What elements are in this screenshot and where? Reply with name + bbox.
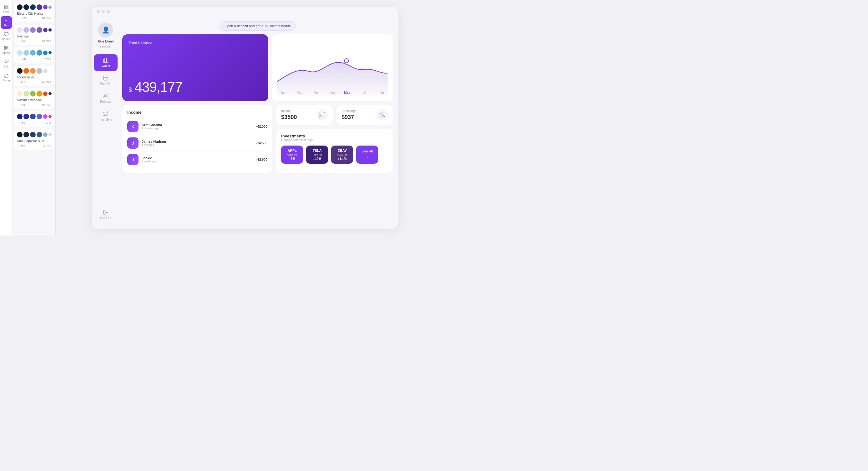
dash-nav-projects[interactable]: Projects <box>94 90 118 106</box>
swatch <box>30 68 36 74</box>
nav-item-edit[interactable]: Edit <box>1 58 12 70</box>
income-time: 4 day ago <box>142 143 253 146</box>
titlebar-dot-1 <box>97 10 100 13</box>
balance-currency: $ <box>128 86 132 93</box>
palette-swatches <box>17 91 51 97</box>
view-all-label: view all <box>362 149 373 153</box>
investments-title: Investments <box>281 134 388 138</box>
swatch <box>17 4 23 10</box>
investments-card: Investments Change since last login APPL… <box>276 129 393 173</box>
ticker: TSLA <box>310 149 323 153</box>
palette-meta: ♡ 1045 7 mos <box>17 58 51 61</box>
swatch <box>24 27 29 33</box>
inv-change: -1.9% <box>310 157 323 161</box>
swatch <box>49 115 52 118</box>
svg-rect-9 <box>103 59 108 63</box>
palette-card-purplepink[interactable]: ♡ 730 1 yr <box>14 111 54 127</box>
investments-items: APPL Apple Inc +3% TSLA Tesla Inc -1.9% <box>281 145 388 164</box>
palette-meta: ♡ 689 2 mos <box>17 144 51 147</box>
nav-item-views[interactable]: Views <box>1 44 12 56</box>
investments-subtitle: Change since last login <box>281 138 388 142</box>
balance-label: Total balance <box>128 41 262 45</box>
inv-name: Tesla Inc <box>310 154 323 156</box>
palette-card-hacker-news[interactable]: hacker news ♡ 877 11 mos <box>14 66 54 86</box>
income-avatar: J <box>127 137 138 149</box>
swatch <box>37 50 42 56</box>
dash-bottom-row: Income K Kriti Sharma 2 minutes ago +$10… <box>122 105 393 173</box>
icon-nav: New Top Saved Views Edit History <box>0 0 12 236</box>
dashboard-body: 👤 Hue Brew Designer Wallet Portfolio Pro… <box>92 16 398 229</box>
svg-text:Mar: Mar <box>313 91 319 94</box>
svg-rect-3 <box>6 7 8 9</box>
palette-name: Dark Sapphire Blue <box>17 139 51 143</box>
summary-value: $3500 <box>281 114 297 121</box>
palette-name: Summer Meadow <box>17 98 51 102</box>
swatch <box>30 50 36 56</box>
nav-item-new[interactable]: New <box>1 2 12 15</box>
investments-header: Investments Change since last login <box>281 134 388 142</box>
svg-rect-0 <box>4 5 6 6</box>
palette-card-dark-sapphire-blue[interactable]: Dark Sapphire Blue ♡ 689 2 mos <box>14 129 54 149</box>
swatch <box>24 50 29 56</box>
spendings-trend-icon: 📉 <box>377 109 388 121</box>
ticker: APPL <box>285 149 299 153</box>
swatch <box>17 114 23 119</box>
swatch <box>37 91 42 97</box>
investment-ebay: EBAY eBay Inc +1.1% <box>331 145 353 164</box>
income-item-james: J James Hudson 4 day ago +$2500 <box>127 135 267 152</box>
swatch <box>43 5 48 9</box>
dash-nav-portfolio[interactable]: Portfolio <box>94 72 118 89</box>
palette-card-blue[interactable]: ♡ 1045 7 mos <box>14 47 54 63</box>
income-summary-card: Income $3500 📈 <box>276 105 333 125</box>
svg-rect-1 <box>6 5 8 6</box>
swatch <box>24 68 29 74</box>
swatch <box>30 27 36 33</box>
swatch <box>37 132 42 137</box>
palette-meta: ♡ 1479 10 mos <box>17 16 51 20</box>
income-time: 2 minutes ago <box>142 127 253 130</box>
palette-likes: ♡ 1207 <box>17 39 27 42</box>
swatch <box>37 27 42 33</box>
chart-card: Jan Feb Mar Apr May Jun Jul <box>272 34 393 101</box>
swatch <box>30 4 36 10</box>
dash-content: Open a deposit and get a 1% instant bonu… <box>120 16 398 229</box>
logout-button[interactable]: Log Out <box>98 207 114 223</box>
swatch <box>49 28 52 32</box>
swatch <box>37 4 42 10</box>
nav-item-history[interactable]: History <box>1 71 12 84</box>
dash-nav-wallet[interactable]: Wallet <box>94 54 118 71</box>
inv-name: Apple Inc <box>285 154 299 156</box>
palette-card-electric-city-nights[interactable]: Electric City Nights ♡ 1479 10 mos <box>14 2 54 22</box>
heart-icon: ♡ <box>17 39 20 42</box>
income-info: James Hudson 4 day ago <box>142 140 253 146</box>
palette-likes: ♡ 877 <box>17 80 25 83</box>
palette-card-summer-meadow[interactable]: Summer Meadow ♡ 796 10 mos <box>14 89 54 109</box>
right-panel: Income $3500 📈 Spendings $937 📉 <box>276 105 393 173</box>
swatch <box>49 51 52 54</box>
income-avatar: K <box>127 121 138 132</box>
palette-swatches <box>17 68 51 74</box>
view-all-button[interactable]: view all › <box>356 145 378 164</box>
svg-rect-4 <box>4 46 8 50</box>
titlebar-dot-3 <box>106 10 110 13</box>
heart-icon: ♡ <box>17 121 20 124</box>
arrow-right-icon: › <box>367 154 368 159</box>
inv-name: eBay Inc <box>336 154 349 156</box>
swatch <box>17 68 23 74</box>
svg-text:Apr: Apr <box>330 91 335 94</box>
palette-meta: ♡ 730 1 yr <box>17 121 51 124</box>
palette-card-lavendar[interactable]: lavendar ♡ 1207 12 mos <box>14 25 54 45</box>
nav-item-saved[interactable]: Saved <box>1 30 12 42</box>
dash-nav-transfers[interactable]: Transfers <box>94 108 118 124</box>
nav-item-top[interactable]: Top <box>1 16 12 29</box>
palette-likes: ♡ 689 <box>17 144 25 147</box>
palette-sidebar: Electric City Nights ♡ 1479 10 mos laven… <box>12 0 56 236</box>
palette-likes: ♡ 796 <box>17 103 25 106</box>
swatch <box>43 132 48 137</box>
swatch <box>24 4 29 10</box>
palette-likes: ♡ 1045 <box>17 58 27 61</box>
income-name: James Hudson <box>142 140 253 143</box>
palette-name: Electric City Nights <box>17 12 51 15</box>
income-time: 1 week ago <box>142 160 253 163</box>
heart-icon: ♡ <box>17 144 20 147</box>
